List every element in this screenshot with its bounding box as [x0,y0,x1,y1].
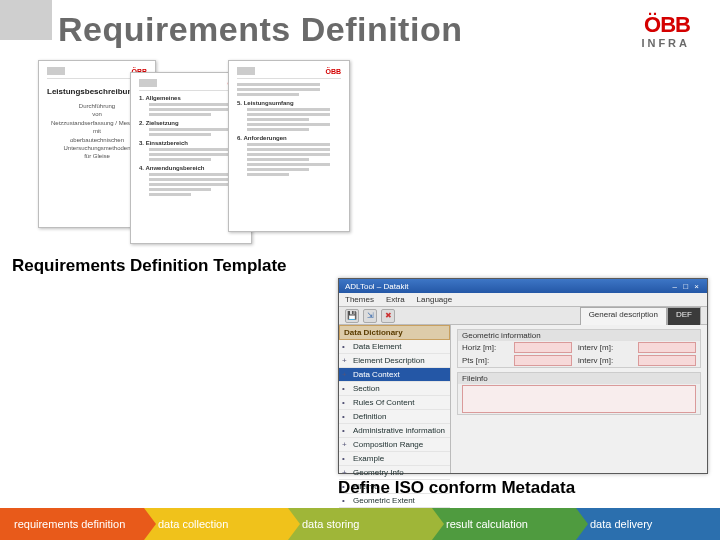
step-requirements: requirements definition [0,508,144,540]
brand-block: ÖBB INFRA [641,14,690,49]
caption-template: Requirements Definition Template [12,256,287,276]
brand-logo: ÖBB [641,14,690,36]
save-icon[interactable]: 💾 [345,309,359,323]
input-horiz[interactable] [514,342,572,353]
process-strip: requirements definition data collection … [0,508,720,540]
group-geometric: Geometric information Horiz [m]: interv … [457,329,701,368]
corner-decor [0,0,52,40]
doc-fan: ÖBB Leistungsbeschreibung Durchführung v… [38,60,358,246]
doc3-h2: 6. Anforderungen [237,135,341,141]
menu-language[interactable]: Language [417,295,453,304]
field-label: Horiz [m]: [462,343,508,352]
nav-header: Data Dictionary [339,325,450,340]
doc3-logo-left [237,67,255,75]
step-storing: data storing [288,508,432,540]
group-header: Geometric information [458,330,700,341]
group-fileinfo: Fileinfo [457,372,701,415]
window-controls[interactable]: – □ × [673,282,701,291]
form-panel: Geometric information Horiz [m]: interv … [451,325,707,473]
nav-item[interactable]: Element Description [339,354,450,368]
brand-sub: INFRA [641,38,690,49]
step-collection: data collection [144,508,288,540]
doc3-logo-right: ÖBB [325,68,341,75]
input-fileinfo[interactable] [462,385,696,413]
window-title: ADLTool – Datakit [345,282,408,291]
tab-general[interactable]: General description [580,307,667,325]
doc3-h1: 5. Leistungsumfang [237,100,341,106]
menubar: Themes Extra Language [339,293,707,307]
nav-item[interactable]: Section [339,382,450,396]
slide-title: Requirements Definition [58,10,462,49]
doc2-logo-left [139,79,157,87]
export-icon[interactable]: ⇲ [363,309,377,323]
toolbar: 💾 ⇲ ✖ General description DEF [339,307,707,325]
field-label: interv [m]: [578,356,632,365]
field-label: interv [m]: [578,343,632,352]
nav-item[interactable]: Rules Of Content [339,396,450,410]
nav-item[interactable]: Composition Range [339,438,450,452]
doc-page-3: ÖBB 5. Leistungsumfang 6. Anforderungen [228,60,350,232]
menu-themes[interactable]: Themes [345,295,374,304]
step-calculation: result calculation [432,508,576,540]
window-titlebar[interactable]: ADLTool – Datakit – □ × [339,279,707,293]
nav-item-selected[interactable]: Data Context [339,368,450,382]
delete-icon[interactable]: ✖ [381,309,395,323]
nav-item[interactable]: Definition [339,410,450,424]
input-horiz-interval[interactable] [638,342,696,353]
nav-item[interactable]: Example [339,452,450,466]
group-header: Fileinfo [458,373,700,384]
input-pts-interval[interactable] [638,355,696,366]
slide: Requirements Definition ÖBB INFRA ÖBB Le… [0,0,720,540]
input-pts[interactable] [514,355,572,366]
metadata-window: ADLTool – Datakit – □ × Themes Extra Lan… [338,278,708,474]
doc1-logo-left [47,67,65,75]
tab-def[interactable]: DEF [667,307,701,325]
menu-extra[interactable]: Extra [386,295,405,304]
nav-tree: Data Dictionary Data Element Element Des… [339,325,451,473]
step-delivery: data delivery [576,508,720,540]
field-label: Pts [m]: [462,356,508,365]
caption-metadata: Define ISO conform Metadata [338,478,575,498]
nav-item[interactable]: Administrative information [339,424,450,438]
nav-item[interactable]: Data Element [339,340,450,354]
